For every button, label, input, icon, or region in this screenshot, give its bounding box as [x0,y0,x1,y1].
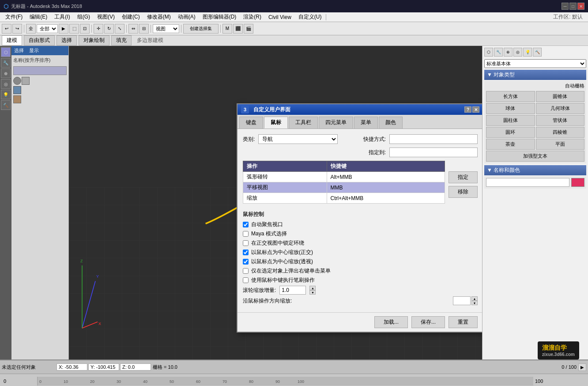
table-row[interactable]: 缩放 Ctrl+Alt+MMB [243,193,445,204]
category-select[interactable]: 导航 [258,134,338,144]
window-crossing-button[interactable]: ⊡ [80,24,90,34]
direction-spinner[interactable]: ▲ ▼ [471,296,478,305]
timeline-ruler[interactable]: 0 10 20 30 40 50 60 70 80 90 100 [37,377,533,386]
direction-spin-down[interactable]: ▼ [471,301,478,305]
btn-sphere[interactable]: 球体 [486,103,535,114]
autofocus-checkbox[interactable] [243,222,249,227]
title-bar-controls[interactable]: ─ □ ✕ [562,3,584,10]
motion-icon-btn[interactable]: ◎ [1,79,11,89]
menu-group[interactable]: 组(G) [74,12,94,22]
shortcut-input[interactable] [389,134,478,144]
tab-fill[interactable]: 填充 [111,35,132,45]
modify-panel-icon[interactable]: 🔧 [494,48,503,57]
menu-civilview[interactable]: Civil View [265,13,295,21]
render-btn[interactable]: 🎬 [244,24,253,34]
color-swatch[interactable] [571,178,584,187]
tab-selection[interactable]: 选择 [57,35,77,45]
scroll-input[interactable] [279,286,306,295]
table-row[interactable]: 弧形碰转 Alt+MMB [243,172,445,182]
btn-torus[interactable]: 圆环 [486,127,535,138]
hierarchy-icon-btn[interactable]: ⊕ [1,68,11,78]
menu-view[interactable]: 视图(V) [94,12,118,22]
btn-plane[interactable]: 平面 [536,139,585,150]
menu-workspace[interactable]: 工作区: 默认 [550,12,586,22]
viewport-3d[interactable]: [+] [透视] [标准] [默认明暗] Y X Z [69,46,482,360]
tab-modeling[interactable]: 建模 [2,35,22,45]
display-icon-btn[interactable]: 💡 [1,90,11,99]
select-filter[interactable]: 全部 [37,24,58,33]
name-color-header[interactable]: ▼ 名称和颜色 [484,165,586,175]
dialog-close-button[interactable]: ✕ [472,106,479,113]
tab-freeform[interactable]: 自由形式 [24,35,55,45]
create-icon-btn[interactable]: ⬡ [1,47,11,57]
zoomortho-checkbox[interactable] [243,250,249,255]
menu-create[interactable]: 创建(C) [118,12,143,22]
menu-customize[interactable]: 自定义(U) [295,12,325,22]
btn-pyramid[interactable]: 四棱锥 [536,127,585,138]
rightclick-checkbox[interactable] [243,268,249,274]
render-setup-btn[interactable]: ⬛ [233,24,243,34]
dialog-help-button[interactable]: ? [464,106,471,113]
dialog-title-controls[interactable]: ? ✕ [464,106,479,113]
scale-button[interactable]: ⤡ [115,24,124,34]
tab-keyboard[interactable]: 键盘 [239,117,263,129]
menu-tools[interactable]: 工具(I) [51,12,73,22]
middlekey-checkbox[interactable] [243,277,249,283]
menu-render[interactable]: 渲染(R) [240,12,265,22]
light-icon-btn[interactable] [13,95,21,103]
select-all-button[interactable]: 全 [26,24,36,34]
save-button[interactable]: 保存... [411,316,445,328]
remove-button[interactable]: 移除 [449,186,478,198]
assign-to-input[interactable] [389,148,478,157]
menu-grapheditor[interactable]: 图形编辑器(D) [199,12,240,22]
object-type-select[interactable]: 标准基本体 [484,59,586,68]
menu-edit[interactable]: 编辑(E) [26,12,51,22]
move-button[interactable]: ✛ [94,24,103,34]
play-btn[interactable]: ▶ [578,363,586,371]
x-coord[interactable] [57,363,87,371]
display-panel-icon[interactable]: 💡 [523,48,532,57]
scroll-spinner[interactable]: ▲ ▼ [309,286,316,295]
direction-input[interactable] [453,296,471,305]
object-name-input[interactable] [486,178,569,187]
tab-objectpaint[interactable]: 对象绘制 [79,35,109,45]
utils-panel-icon[interactable]: 🔨 [533,48,542,57]
reset-button[interactable]: 重置 [449,316,478,328]
ortholock-checkbox[interactable] [243,240,249,246]
btn-tube[interactable]: 管状体 [536,115,585,126]
create-panel-icon[interactable]: ⬡ [484,48,493,57]
view-select[interactable]: 视图 [153,24,179,33]
btn-cone[interactable]: 圆锥体 [536,91,585,102]
load-button[interactable]: 加载... [374,316,408,328]
tab-colors[interactable]: 颜色 [379,117,403,129]
tab-mouse[interactable]: 鼠标 [264,117,288,129]
maximize-button[interactable]: □ [569,3,577,10]
minimize-button[interactable]: ─ [562,3,569,10]
menu-modifier[interactable]: 修改器(M) [143,12,174,22]
menu-animation[interactable]: 动画(A) [174,12,199,22]
sphere-icon-btn[interactable] [13,77,21,85]
motion-panel-icon[interactable]: ◎ [513,48,522,57]
material-editor-btn[interactable]: M [222,24,232,34]
modify-icon-btn[interactable]: 🔧 [1,58,11,68]
spin-down[interactable]: ▼ [309,290,316,295]
tab-menus[interactable]: 菜单 [354,117,378,129]
zoompersp-checkbox[interactable] [243,259,249,265]
undo-button[interactable]: ↩ [2,24,11,34]
y-coord[interactable] [88,363,119,371]
spin-up[interactable]: ▲ [309,286,316,290]
btn-cylinder[interactable]: 圆柱体 [486,115,535,126]
assign-button[interactable]: 指定 [449,171,478,183]
table-row[interactable]: 平移视图 MMB [243,182,445,193]
hierarchy-panel-icon[interactable]: ⊕ [504,48,513,57]
direction-spin-up[interactable]: ▲ [471,296,478,301]
btn-box[interactable]: 长方体 [486,91,535,102]
camera-icon-btn[interactable] [13,86,21,94]
rotate-button[interactable]: ↻ [104,24,114,34]
menu-file[interactable]: 文件(F) [2,12,26,22]
redo-button[interactable]: ↪ [12,24,22,34]
align-button[interactable]: ⊟ [139,24,149,34]
z-coord[interactable] [120,363,151,371]
btn-teapot[interactable]: 茶壶 [486,139,535,150]
utilities-icon-btn[interactable]: 🔨 [1,100,11,110]
